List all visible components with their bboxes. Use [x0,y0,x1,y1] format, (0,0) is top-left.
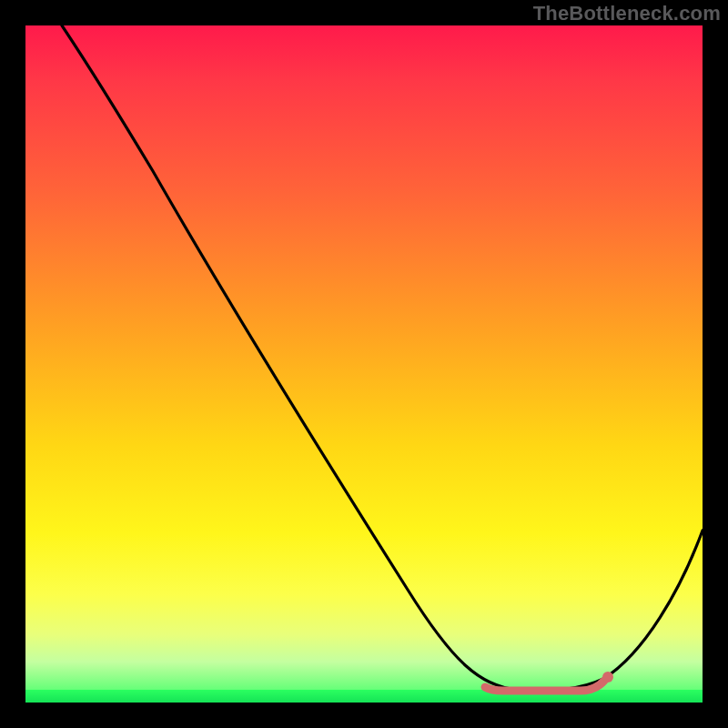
bottleneck-curve [62,25,703,691]
chart-frame: TheBottleneck.com [0,0,728,728]
curve-layer [25,25,703,703]
watermark-text: TheBottleneck.com [533,2,721,25]
plot-area [25,25,703,703]
marker-dot [602,672,613,682]
